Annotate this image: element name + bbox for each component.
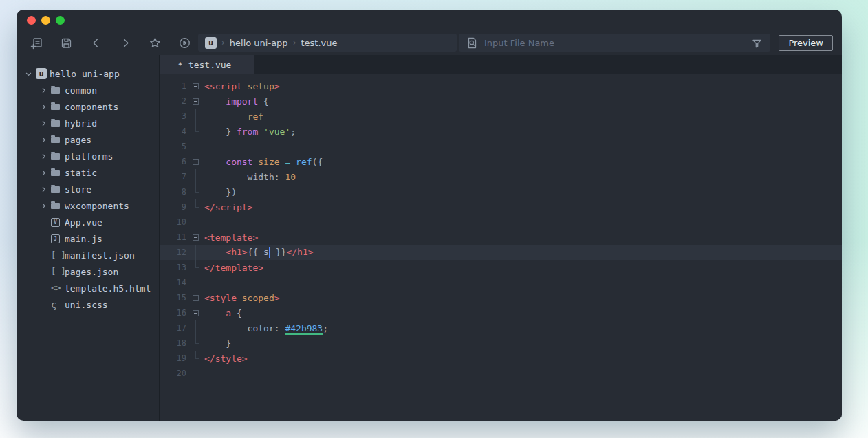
new-file-icon[interactable] bbox=[30, 36, 43, 50]
folder-icon bbox=[51, 120, 63, 127]
filter-icon[interactable] bbox=[750, 36, 763, 50]
fold-marker-icon[interactable] bbox=[193, 230, 204, 245]
back-icon[interactable] bbox=[89, 36, 102, 50]
code-line[interactable]: 2 import { bbox=[160, 94, 842, 109]
minimize-button[interactable] bbox=[41, 16, 50, 25]
tab-test-vue[interactable]: * test.vue bbox=[160, 55, 254, 74]
tree-item-platforms[interactable]: platforms bbox=[17, 148, 159, 164]
line-number: 11 bbox=[160, 232, 193, 242]
code-line[interactable]: 20 bbox=[160, 366, 842, 381]
tab-modified-indicator: * bbox=[177, 60, 183, 70]
code-line[interactable]: 3 ref bbox=[160, 109, 842, 124]
line-number: 17 bbox=[160, 323, 193, 333]
chevron-right-icon[interactable] bbox=[40, 87, 51, 94]
code-line[interactable]: 19</style> bbox=[160, 351, 842, 366]
code-line[interactable]: 15<style scoped> bbox=[160, 290, 842, 305]
code-line[interactable]: 14 bbox=[160, 275, 842, 290]
tab-label: test.vue bbox=[188, 60, 232, 70]
line-number: 3 bbox=[160, 111, 193, 121]
code-line[interactable]: 5 bbox=[160, 139, 842, 154]
code-line[interactable]: 9</script> bbox=[160, 199, 842, 215]
tree-item-uni-scss[interactable]: ςuni.scss bbox=[17, 296, 159, 313]
tree-item-pages[interactable]: pages bbox=[17, 131, 159, 148]
chevron-right-icon[interactable] bbox=[40, 202, 51, 210]
line-number: 8 bbox=[160, 187, 193, 197]
tree-item-common[interactable]: common bbox=[17, 82, 159, 98]
code-line[interactable]: 6 const size = ref({ bbox=[160, 154, 842, 169]
tree-item-app-vue[interactable]: VApp.vue bbox=[17, 214, 159, 230]
scss-file-icon: ς bbox=[51, 299, 63, 310]
tree-item-hybrid[interactable]: hybrid bbox=[17, 115, 159, 131]
fold-marker-icon[interactable] bbox=[193, 154, 204, 169]
run-icon[interactable] bbox=[177, 36, 191, 50]
chevron-right-icon[interactable] bbox=[40, 103, 51, 111]
tree-item-label: uni.scss bbox=[65, 300, 108, 310]
code-line[interactable]: 10 bbox=[160, 215, 842, 230]
code-line[interactable]: 13</template> bbox=[160, 260, 842, 275]
chevron-right-icon[interactable] bbox=[40, 169, 51, 177]
tree-item-template-h5-html[interactable]: <>template.h5.html bbox=[17, 280, 159, 296]
line-number: 5 bbox=[160, 142, 193, 151]
save-icon[interactable] bbox=[59, 36, 73, 50]
search-input[interactable] bbox=[484, 38, 745, 48]
code-line[interactable]: 4 } from 'vue'; bbox=[160, 124, 842, 139]
tree-item-components[interactable]: components bbox=[17, 98, 159, 115]
code-text: <script setup> bbox=[204, 81, 280, 91]
toolbar: u›hello uni-app›test.vue Preview bbox=[17, 30, 842, 55]
tree-item-hello-uni-app[interactable]: uhello uni-app bbox=[17, 65, 159, 82]
code-line[interactable]: 8 }) bbox=[160, 184, 842, 199]
folder-icon bbox=[51, 170, 63, 176]
code-line[interactable]: 7 width: 10 bbox=[160, 169, 842, 184]
breadcrumb-separator: › bbox=[293, 38, 296, 47]
chevron-right-icon[interactable] bbox=[40, 120, 51, 127]
line-number: 6 bbox=[160, 157, 193, 166]
line-number: 9 bbox=[160, 202, 193, 212]
tree-item-wxcomponents[interactable]: wxcomponents bbox=[17, 197, 159, 214]
fold-gutter bbox=[193, 139, 204, 154]
tree-item-label: manifest.json bbox=[65, 250, 135, 261]
chevron-down-icon[interactable] bbox=[25, 70, 36, 78]
tree-item-manifest-json[interactable]: [ ]manifest.json bbox=[17, 247, 159, 263]
fold-marker-icon[interactable] bbox=[193, 290, 204, 305]
code-text: </script> bbox=[204, 202, 252, 212]
line-number: 18 bbox=[160, 338, 193, 348]
code-area[interactable]: 1<script setup>2 import {3 ref4 } from '… bbox=[160, 74, 842, 421]
code-line[interactable]: 11<template> bbox=[160, 230, 842, 245]
fold-marker-icon[interactable] bbox=[193, 78, 204, 94]
forward-icon[interactable] bbox=[118, 36, 132, 50]
tree-item-main-js[interactable]: Jmain.js bbox=[17, 230, 159, 247]
chevron-right-icon[interactable] bbox=[40, 136, 51, 144]
uniapp-logo-icon: u bbox=[205, 37, 217, 49]
html-file-icon: <> bbox=[51, 283, 63, 293]
tree-item-static[interactable]: static bbox=[17, 164, 159, 181]
tree-item-pages-json[interactable]: [ ]pages.json bbox=[17, 263, 159, 280]
tab-bar: * test.vue bbox=[160, 55, 842, 74]
line-number: 10 bbox=[160, 217, 193, 227]
toolbar-icons bbox=[25, 36, 191, 50]
editor-pane: * test.vue 1<script setup>2 import {3 re… bbox=[160, 55, 842, 421]
fold-marker-icon[interactable] bbox=[193, 94, 204, 109]
code-line[interactable]: 18 } bbox=[160, 336, 842, 351]
tree-item-label: hybrid bbox=[65, 118, 97, 129]
tree-item-store[interactable]: store bbox=[17, 181, 159, 197]
folder-icon bbox=[51, 104, 63, 110]
close-button[interactable] bbox=[27, 16, 36, 25]
fold-gutter bbox=[193, 366, 204, 381]
chevron-right-icon[interactable] bbox=[40, 186, 51, 193]
line-number: 12 bbox=[160, 248, 193, 257]
code-line[interactable]: 16 a { bbox=[160, 305, 842, 320]
preview-button[interactable]: Preview bbox=[779, 35, 833, 51]
code-line-active[interactable]: 12 <h1>{{ s }}</h1> bbox=[160, 245, 842, 260]
file-search-bar[interactable] bbox=[459, 34, 770, 52]
fold-gutter bbox=[193, 124, 204, 139]
breadcrumb-item[interactable]: hello uni-app bbox=[230, 38, 288, 48]
breadcrumb-item[interactable]: test.vue bbox=[301, 38, 337, 48]
line-number: 19 bbox=[160, 353, 193, 363]
star-icon[interactable] bbox=[148, 36, 162, 50]
code-line[interactable]: 17 color: #42b983; bbox=[160, 320, 842, 336]
breadcrumb[interactable]: u›hello uni-app›test.vue bbox=[198, 34, 457, 52]
chevron-right-icon[interactable] bbox=[40, 153, 51, 160]
zoom-button[interactable] bbox=[56, 16, 65, 25]
code-line[interactable]: 1<script setup> bbox=[160, 78, 842, 94]
fold-marker-icon[interactable] bbox=[193, 305, 204, 320]
